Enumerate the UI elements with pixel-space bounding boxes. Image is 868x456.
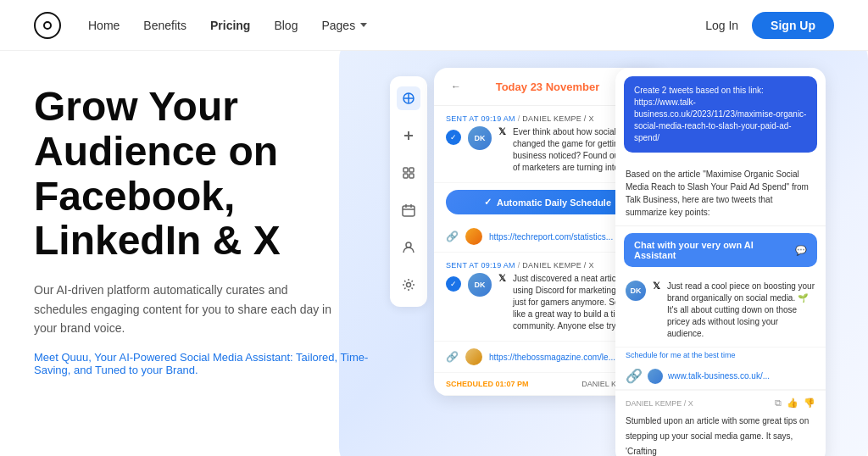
item3-label: SCHEDULED 01:07 PM [446,380,529,388]
copy-icon[interactable]: ⧉ [775,398,782,409]
ai-tweet-text: Just read a cool piece on boosting your … [667,281,815,340]
sidebar-grid-icon[interactable] [397,161,420,185]
signup-button[interactable]: Sign Up [752,12,834,39]
ai-prompt-bubble: Create 2 tweets based on this link: http… [624,76,817,153]
svg-rect-8 [409,174,414,178]
item2-avatar: DK [468,273,492,297]
ai-x-icon: 𝕏 [653,281,660,292]
sidebar-settings-icon[interactable] [397,273,420,297]
sidebar-add-icon[interactable] [397,124,420,147]
sidebar-calendar-icon[interactable] [397,198,420,222]
dislike-icon[interactable]: 👎 [804,398,815,409]
ai-chat-header[interactable]: Chat with your very own AI Assistant 💬 [624,233,817,267]
navigation: Home Benefits Pricing Blog Pages Log In … [0,0,868,51]
ai-link-row: 🔗 www.talk-business.co.uk/... [615,363,826,390]
nav-blog[interactable]: Blog [274,19,298,32]
svg-point-14 [407,283,411,287]
pages-chevron-icon [360,23,367,27]
nav-actions: Log In Sign Up [705,12,834,39]
sidebar-user-icon[interactable] [397,236,420,259]
ai-tweet-avatar: DK [626,281,646,301]
svg-rect-7 [403,174,408,178]
hero-description: Our AI-driven platform automatically cur… [34,281,339,337]
sidebar-move-icon[interactable] [397,86,420,110]
nav-pages[interactable]: Pages [321,19,367,32]
ai-chat-icons: 💬 [795,245,807,256]
ui-sidebar [390,76,427,307]
ai-bottom-action-icons: ⧉ 👍 👎 [775,398,815,409]
ai-link-text[interactable]: www.talk-business.co.uk/... [668,371,770,381]
login-button[interactable]: Log In [705,19,738,32]
ai-bottom-meta: DANIEL KEMPE / X ⧉ 👍 👎 [626,398,815,409]
like-icon[interactable]: 👍 [787,398,798,409]
svg-rect-6 [409,168,414,172]
prev-btn[interactable]: ← [448,78,465,95]
ai-bottom-text: Stumbled upon an article with some great… [626,416,809,456]
logo[interactable] [34,12,61,39]
hero-content: Grow Your Audience on Facebook, LinkedIn… [34,51,390,456]
svg-rect-5 [403,168,408,172]
nav-benefits[interactable]: Benefits [143,19,186,32]
hero-section: Grow Your Audience on Facebook, LinkedIn… [0,51,868,456]
ai-chat-icon-1: 💬 [795,245,807,256]
item1-check-icon: ✓ [446,130,461,145]
nav-links: Home Benefits Pricing Blog Pages [88,19,705,32]
ai-bottom-item: DANIEL KEMPE / X ⧉ 👍 👎 Stumbled upon an … [615,390,826,456]
ai-link-icon: 🔗 [626,368,643,384]
item2-x-icon: 𝕏 [498,273,506,284]
nav-home[interactable]: Home [88,19,120,32]
ai-schedule-link[interactable]: Schedule for me at the best time [615,348,826,363]
link-avatar-2 [465,348,482,365]
ai-tweet-1: DK 𝕏 Just read a cool piece on boosting … [615,274,826,348]
ai-link-avatar [648,369,663,384]
hero-title: Grow Your Audience on Facebook, LinkedIn… [34,85,390,264]
nav-pricing[interactable]: Pricing [210,19,250,32]
link-avatar-1 [465,228,482,245]
ai-card: Create 2 tweets based on this link: http… [615,68,826,456]
logo-inner [43,21,52,30]
hero-tagline: Meet Quuu, Your AI-Powered Social Media … [34,351,390,376]
hero-mockup: ← Today 23 November → SENT AT 09:19 AM /… [390,51,834,456]
item1-avatar: DK [468,126,492,150]
item1-x-icon: 𝕏 [498,126,506,137]
svg-rect-9 [403,206,415,216]
item2-check-icon: ✓ [446,276,461,292]
svg-point-13 [406,242,411,247]
link-icon-2: 🔗 [446,351,459,363]
link-icon-1: 🔗 [446,231,459,242]
card-date: Today 23 November [496,81,600,93]
ai-bottom-author: DANIEL KEMPE / X [626,399,693,408]
ai-response-text: Based on the article "Maximise Organic S… [615,161,826,226]
